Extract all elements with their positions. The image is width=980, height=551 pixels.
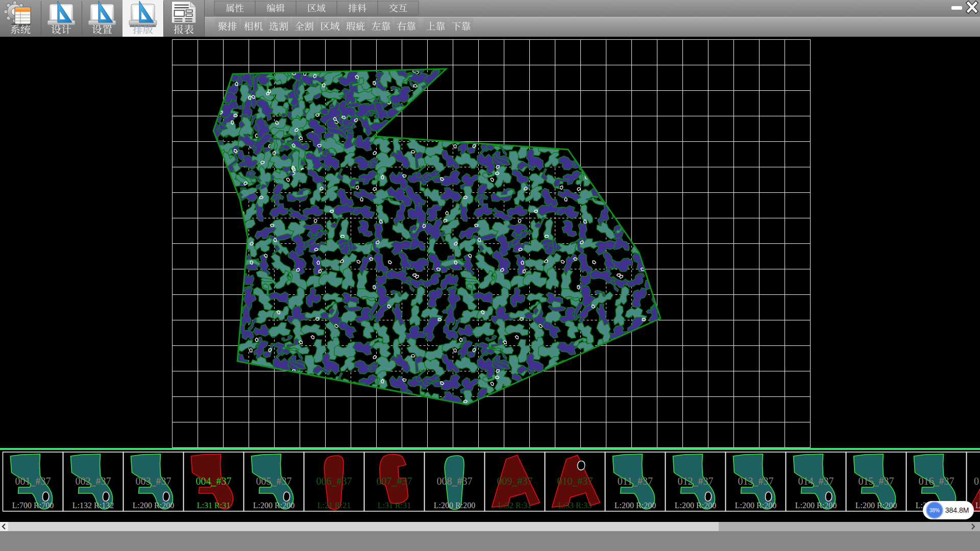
svg-text:L:132 R:132: L:132 R:132	[72, 501, 114, 510]
svg-text:012_#37: 012_#37	[678, 475, 714, 487]
svg-text:014_#37: 014_#37	[798, 475, 834, 487]
svg-text:L: L	[975, 501, 980, 510]
svg-text:016_#37: 016_#37	[919, 475, 954, 487]
svg-text:L:32 R:31: L:32 R:31	[498, 501, 531, 510]
svg-text:L:31 R:31: L:31 R:31	[197, 501, 230, 510]
svg-text:007_#37: 007_#37	[377, 475, 412, 487]
svg-text:013_#37: 013_#37	[738, 475, 774, 487]
svg-text:L:200 R:200: L:200 R:200	[795, 501, 837, 510]
svg-text:38%: 38%	[929, 508, 940, 513]
svg-text:0: 0	[974, 475, 979, 487]
svg-text:L:200 R:200: L:200 R:200	[133, 501, 174, 510]
svg-text:002_#37: 002_#37	[76, 475, 111, 487]
svg-text:L:31 R:31: L:31 R:31	[378, 501, 411, 510]
svg-text:001_#37: 001_#37	[15, 475, 51, 487]
svg-text:L:200 R:200: L:200 R:200	[434, 501, 475, 510]
svg-text:004_#37: 004_#37	[196, 475, 232, 487]
svg-text:009_#37: 009_#37	[497, 475, 533, 487]
svg-text:L:200 R:200: L:200 R:200	[735, 501, 776, 510]
svg-text:L:200 R:200: L:200 R:200	[615, 501, 656, 510]
svg-text:015_#37: 015_#37	[859, 475, 894, 487]
svg-text:384.8M: 384.8M	[945, 506, 969, 514]
svg-text:L:200 R:200: L:200 R:200	[855, 501, 897, 510]
svg-text:L:21 R:21: L:21 R:21	[317, 501, 351, 510]
svg-text:010_#37: 010_#37	[557, 475, 593, 487]
svg-text:L:33 R:33: L:33 R:33	[558, 501, 592, 510]
svg-text:L:200 R:200: L:200 R:200	[675, 501, 716, 510]
svg-text:011_#37: 011_#37	[618, 475, 653, 487]
svg-text:008_#37: 008_#37	[437, 475, 473, 487]
svg-text:L:700 R:700: L:700 R:700	[12, 501, 54, 510]
svg-text:006_#37: 006_#37	[316, 475, 352, 487]
svg-text:005_#37: 005_#37	[256, 475, 292, 487]
svg-text:003_#37: 003_#37	[136, 475, 172, 487]
svg-text:L:200 R:200: L:200 R:200	[253, 501, 295, 510]
